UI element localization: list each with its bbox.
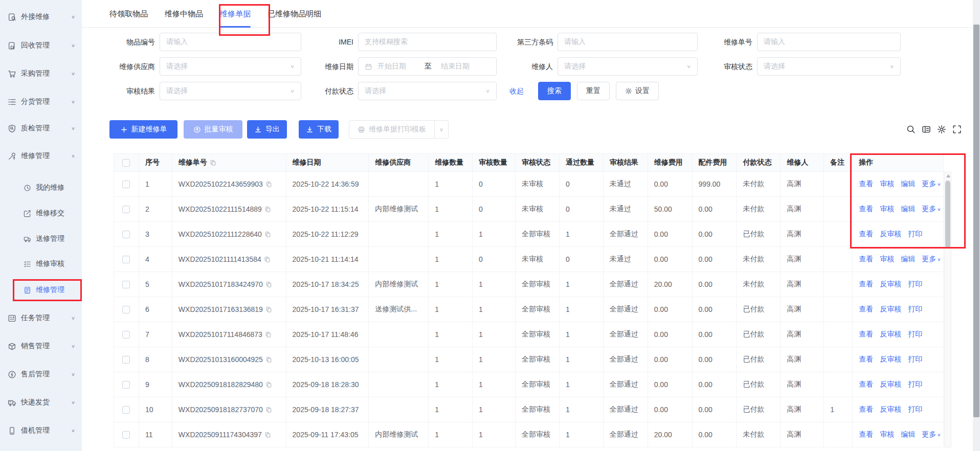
copy-icon[interactable] — [265, 407, 272, 413]
action-link-查看[interactable]: 查看 — [859, 380, 873, 389]
sidebar-item-repair-tools[interactable]: 维修管理∧ — [0, 146, 82, 166]
row-checkbox[interactable] — [122, 331, 130, 339]
filter-daterange-维修日期[interactable]: 开始日期至结束日期 — [358, 57, 497, 76]
sidebar-item-transfer-edit[interactable]: 维修移交 — [0, 203, 82, 223]
action-link-打印[interactable]: 打印 — [908, 280, 922, 289]
settings-button[interactable]: 设置 — [616, 82, 659, 100]
sidebar-item-send-repair-truck[interactable]: 送修管理 — [0, 229, 82, 249]
page-scrollbar[interactable] — [973, 0, 980, 451]
copy-icon[interactable] — [264, 256, 271, 263]
sidebar-item-quality-shield[interactable]: 质检管理∨ — [0, 118, 82, 139]
action-link-反审核[interactable]: 反审核 — [880, 380, 901, 389]
action-link-编辑[interactable]: 编辑 — [901, 430, 915, 439]
sidebar-item-task-card[interactable]: 任务管理∨ — [0, 308, 82, 328]
filter-select-维修供应商[interactable]: 请选择∨ — [160, 57, 301, 76]
print-template-button[interactable]: 维修单据打印模板 — [349, 120, 435, 139]
action-link-查看[interactable]: 查看 — [859, 179, 873, 189]
action-link-查看[interactable]: 查看 — [859, 255, 873, 264]
tab-4[interactable]: 已维修物品明细 — [268, 0, 321, 28]
action-link-查看[interactable]: 查看 — [859, 430, 873, 439]
new-repair-order-button[interactable]: 新建维修单 — [109, 120, 177, 139]
sidebar-item-my-repair-clock[interactable]: 我的维修 — [0, 177, 82, 198]
action-link-反审核[interactable]: 反审核 — [880, 305, 901, 314]
copy-icon[interactable] — [265, 306, 272, 313]
search-button[interactable]: 搜索 — [538, 82, 571, 100]
reset-button[interactable]: 重置 — [577, 82, 610, 100]
copy-icon[interactable] — [264, 432, 271, 438]
row-checkbox[interactable] — [122, 281, 130, 288]
action-link-反审核[interactable]: 反审核 — [880, 405, 901, 414]
action-link-编辑[interactable]: 编辑 — [901, 255, 915, 264]
action-link-查看[interactable]: 查看 — [859, 280, 873, 289]
action-link-审核[interactable]: 审核 — [880, 205, 894, 214]
sidebar-item-external-repair[interactable]: 外接维修∨ — [0, 7, 82, 27]
action-link-反审核[interactable]: 反审核 — [880, 280, 901, 289]
action-link-编辑[interactable]: 编辑 — [901, 205, 915, 214]
action-link-打印[interactable]: 打印 — [908, 230, 922, 239]
action-link-更多[interactable]: 更多∨ — [922, 205, 941, 214]
sidebar-item-repair-audit-list[interactable]: 维修审核 — [0, 254, 82, 274]
copy-icon[interactable] — [265, 356, 272, 363]
action-link-查看[interactable]: 查看 — [859, 230, 873, 239]
print-template-caret[interactable]: ∨ — [435, 120, 449, 139]
table-scrollbar-thumb[interactable] — [945, 181, 950, 248]
action-link-打印[interactable]: 打印 — [908, 380, 922, 389]
action-link-审核[interactable]: 审核 — [880, 255, 894, 264]
filter-input-物品编号[interactable]: 请输入 — [160, 33, 301, 51]
download-button[interactable]: 下载 — [299, 120, 339, 139]
action-link-反审核[interactable]: 反审核 — [880, 230, 901, 239]
density-icon[interactable] — [922, 125, 931, 134]
sidebar-item-loan-device[interactable]: 借机管理∨ — [0, 420, 82, 441]
sidebar-item-purchase-cart[interactable]: 采购管理∨ — [0, 63, 82, 84]
tab-3[interactable]: 维修单据 — [220, 0, 251, 28]
copy-icon[interactable] — [265, 381, 272, 388]
batch-audit-button[interactable]: 批量审核 — [184, 120, 242, 139]
filter-select-付款状态[interactable]: 请选择∨ — [358, 82, 497, 100]
sidebar-item-aftersale-bolt[interactable]: 售后管理∨ — [0, 364, 82, 385]
row-checkbox[interactable] — [122, 431, 130, 439]
collapse-link[interactable]: 收起 — [509, 82, 524, 100]
action-link-反审核[interactable]: 反审核 — [880, 355, 901, 364]
filter-select-审核状态[interactable]: 请选择∨ — [757, 57, 901, 76]
action-link-更多[interactable]: 更多∨ — [922, 179, 941, 189]
row-checkbox[interactable] — [122, 181, 130, 188]
settings-gear-icon[interactable] — [937, 125, 946, 134]
fullscreen-icon[interactable] — [952, 125, 962, 134]
row-checkbox[interactable] — [122, 206, 130, 213]
filter-input-IMEI[interactable]: 支持模糊搜索 — [358, 33, 497, 51]
action-link-审核[interactable]: 审核 — [880, 430, 894, 439]
row-checkbox[interactable] — [122, 306, 130, 313]
row-checkbox[interactable] — [122, 381, 130, 389]
copy-icon[interactable] — [265, 281, 272, 288]
tab-1[interactable]: 待领取物品 — [109, 0, 148, 28]
sidebar-item-express-truck[interactable]: 快递发货∨ — [0, 392, 82, 413]
filter-select-审核结果[interactable]: 请选择∨ — [160, 82, 301, 100]
row-checkbox[interactable] — [122, 356, 130, 364]
table-scrollbar[interactable] — [944, 172, 951, 447]
row-checkbox[interactable] — [122, 231, 130, 238]
action-link-反审核[interactable]: 反审核 — [880, 330, 901, 339]
sidebar-item-recycle-doc[interactable]: 回收管理∨ — [0, 35, 82, 56]
action-link-查看[interactable]: 查看 — [859, 355, 873, 364]
page-scrollbar-thumb[interactable] — [973, 25, 979, 417]
filter-select-维修人[interactable]: 请选择∨ — [558, 57, 698, 76]
action-link-更多[interactable]: 更多∨ — [922, 430, 941, 439]
copy-icon[interactable] — [265, 331, 272, 338]
export-button[interactable]: 导出 — [247, 120, 287, 139]
action-link-查看[interactable]: 查看 — [859, 305, 873, 314]
copy-icon[interactable] — [265, 181, 272, 188]
scroll-up-arrow-icon[interactable] — [946, 174, 950, 177]
action-link-审核[interactable]: 审核 — [880, 179, 894, 189]
action-link-打印[interactable]: 打印 — [908, 330, 922, 339]
filter-input-维修单号[interactable]: 请输入 — [757, 33, 901, 51]
row-checkbox[interactable] — [122, 406, 130, 414]
sidebar-item-repair-doc[interactable]: 维修管理 — [0, 280, 82, 300]
copy-icon[interactable] — [264, 231, 271, 238]
sidebar-item-distribution-list[interactable]: 分货管理∨ — [0, 92, 82, 112]
copy-icon[interactable] — [264, 206, 271, 213]
select-all-checkbox[interactable] — [122, 159, 130, 167]
row-checkbox[interactable] — [122, 256, 130, 263]
sidebar-item-sales-package[interactable]: 销售管理∨ — [0, 336, 82, 356]
search-icon[interactable] — [906, 125, 916, 134]
action-link-查看[interactable]: 查看 — [859, 405, 873, 414]
